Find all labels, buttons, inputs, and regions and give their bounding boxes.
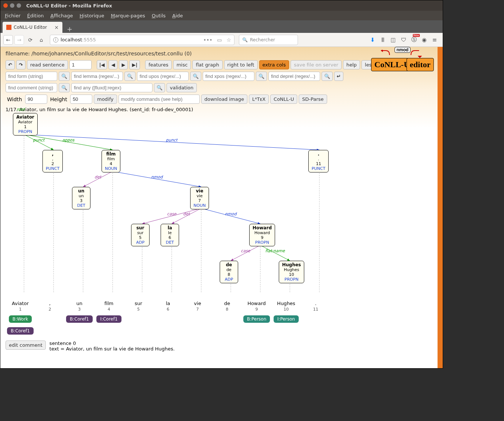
misc-tag[interactable]: B:Work xyxy=(9,315,32,323)
window-close-button[interactable] xyxy=(3,3,8,8)
find-form-input[interactable] xyxy=(6,72,57,81)
modify-button[interactable]: modify xyxy=(94,95,117,104)
help-button[interactable]: help xyxy=(343,60,360,69)
menu-outils[interactable]: Outils xyxy=(152,13,166,18)
find-any-input[interactable] xyxy=(71,83,152,92)
nav-reload-button[interactable]: ⟳ xyxy=(25,35,35,45)
browser-tabbar: CoNLL-U Editor × + xyxy=(0,20,443,33)
tree-node-7[interactable]: vievie7NOUN xyxy=(190,187,209,209)
find-upos-input[interactable] xyxy=(137,72,189,81)
token-col-8: de8 xyxy=(212,301,242,312)
misc-tag[interactable]: I:Person xyxy=(274,315,299,323)
validation-button[interactable]: validation xyxy=(167,83,197,92)
reader-mode-icon[interactable]: ▭ xyxy=(217,37,222,43)
browser-tab[interactable]: CoNLL-U Editor × xyxy=(3,22,62,33)
window-minimize-button[interactable] xyxy=(10,3,14,8)
find-deprel-input[interactable] xyxy=(268,72,320,81)
addon-icon[interactable]: ◉ xyxy=(421,37,428,43)
tree-node-8[interactable]: dede8ADP xyxy=(220,261,238,283)
undo-button[interactable]: ↶ xyxy=(6,60,15,69)
window-maximize-button[interactable] xyxy=(17,3,21,8)
read-sentence-button[interactable]: read sentence xyxy=(27,60,68,69)
tree-node-9[interactable]: HowardHoward9PROPN xyxy=(249,224,275,246)
tree-node-1[interactable]: AviatorAviator1PROPN xyxy=(13,113,38,136)
latex-button[interactable]: LᴬTᴇX xyxy=(249,95,269,104)
tree-node-2[interactable]: ,,2PUNCT xyxy=(42,150,63,172)
next-sentence-button[interactable]: ▶ xyxy=(119,60,128,69)
misc-tag-row-1: B:WorkB:Coref1I:Coref1B:PersonI:Person xyxy=(6,315,438,324)
noscript-icon[interactable]: ⓈNew xyxy=(410,36,418,43)
find-comment-search-icon[interactable]: 🔍 xyxy=(59,83,70,92)
tab-close-icon[interactable]: × xyxy=(54,24,59,30)
new-tab-button[interactable]: + xyxy=(63,25,76,33)
menu-fichier[interactable]: Fichier xyxy=(5,13,21,18)
find-deprel-search-icon[interactable]: 🔍 xyxy=(322,72,333,81)
misc-tag[interactable]: B:Coref1 xyxy=(66,315,93,323)
save-file-button[interactable]: save file on server xyxy=(291,60,342,69)
misc-tag[interactable]: B:Person xyxy=(243,315,270,323)
edit-comment-button[interactable]: edit comment xyxy=(6,340,46,350)
conllu-button[interactable]: CoNLL-U xyxy=(270,95,297,104)
nav-home-button[interactable]: ⌂ xyxy=(37,35,46,45)
redo-button[interactable]: ↷ xyxy=(16,60,25,69)
browser-search-input[interactable]: 🔍 Rechercher xyxy=(239,35,298,45)
menu-marque-pages[interactable]: Marque-pages xyxy=(111,13,145,18)
right-to-left-button[interactable]: right to left xyxy=(224,60,258,69)
nav-forward-button[interactable]: → xyxy=(14,35,24,45)
dep-label-punct: punct xyxy=(33,138,45,143)
find-lemma-search-icon[interactable]: 🔍 xyxy=(124,72,136,81)
comment-section: edit comment sentence 0text = Aviator, u… xyxy=(6,340,438,352)
bookmark-star-icon[interactable]: ☆ xyxy=(226,37,231,43)
menu-aide[interactable]: Aide xyxy=(172,13,183,18)
modify-commands-input[interactable] xyxy=(119,95,200,104)
library-icon[interactable]: 𝄃𝄃 xyxy=(379,37,387,43)
nav-back-button[interactable]: ← xyxy=(3,35,13,45)
tree-node-5[interactable]: sursur5ADP xyxy=(131,224,150,246)
prev-sentence-button[interactable]: ◀ xyxy=(109,60,117,69)
sdparse-button[interactable]: SD-Parse xyxy=(299,95,327,104)
tree-node-4[interactable]: filmfilm4NOUN xyxy=(102,150,120,172)
find-comment-input[interactable] xyxy=(6,83,57,92)
first-sentence-button[interactable]: |◀ xyxy=(97,60,107,69)
menu-affichage[interactable]: Affichage xyxy=(50,13,73,18)
features-button[interactable]: features xyxy=(145,60,172,69)
misc-tag[interactable]: I:Coref1 xyxy=(96,315,121,323)
token-col-6: la6 xyxy=(153,301,183,312)
flat-graph-button[interactable]: flat graph xyxy=(192,60,222,69)
download-image-button[interactable]: download image xyxy=(201,95,248,104)
site-info-icon[interactable]: i xyxy=(53,37,58,42)
find-form-search-icon[interactable]: 🔍 xyxy=(59,72,70,81)
scrollbar-vertical[interactable] xyxy=(438,47,443,368)
url-bar[interactable]: i localhost:5555 ••• ▭ ☆ xyxy=(50,35,234,45)
favicon xyxy=(6,25,11,30)
tree-node-6[interactable]: lale6DET xyxy=(161,224,179,246)
dependency-tree[interactable]: punctappospunctdetnmodcasedetnmodcasefla… xyxy=(6,113,438,298)
find-xpos-search-icon[interactable]: 🔍 xyxy=(256,72,267,81)
find-any-search-icon[interactable]: 🔍 xyxy=(154,83,165,92)
misc-button[interactable]: misc xyxy=(173,60,191,69)
height-input[interactable] xyxy=(70,95,92,104)
find-xpos-input[interactable] xyxy=(203,72,254,81)
hamburger-menu-icon[interactable]: ≡ xyxy=(431,37,438,43)
sentence-number-input[interactable] xyxy=(69,60,92,69)
logo-relation-label: nmod xyxy=(395,47,411,53)
find-lemma-input[interactable] xyxy=(71,72,123,81)
sidebar-icon[interactable]: ◫ xyxy=(390,37,397,43)
menu-historique[interactable]: Historique xyxy=(80,13,104,18)
find-upos-search-icon[interactable]: 🔍 xyxy=(190,72,201,81)
page-actions-icon[interactable]: ••• xyxy=(203,37,213,43)
downloads-icon[interactable]: ⬇ xyxy=(369,37,376,43)
last-sentence-button[interactable]: ▶| xyxy=(129,60,140,69)
tree-node-11[interactable]: ..11PUNCT xyxy=(308,150,329,172)
extra-cols-button[interactable]: extra cols xyxy=(259,60,289,69)
window-title: CoNLL-U Editor - Mozilla Firefox xyxy=(26,3,112,8)
tree-node-10[interactable]: HughesHughes10PROPN xyxy=(279,261,304,283)
width-input[interactable] xyxy=(25,95,47,104)
misc-tag[interactable]: B:Coref1 xyxy=(7,327,34,335)
find-deprel-enter-icon[interactable]: ↵ xyxy=(334,72,343,81)
url-port: :5555 xyxy=(82,37,96,42)
tree-node-3[interactable]: unun3DET xyxy=(72,187,90,209)
menu-édition[interactable]: Édition xyxy=(27,13,44,18)
dep-label-det: det xyxy=(95,175,102,179)
shield-icon[interactable]: 🛡 xyxy=(400,37,407,43)
